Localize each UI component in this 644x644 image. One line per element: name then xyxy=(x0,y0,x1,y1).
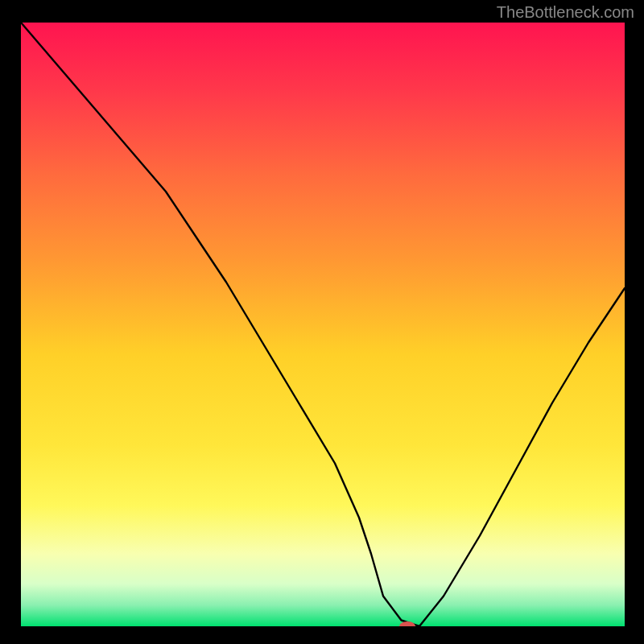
watermark-text: TheBottleneck.com xyxy=(497,3,634,22)
chart-container xyxy=(21,23,625,626)
gradient-background xyxy=(21,23,625,626)
bottleneck-chart xyxy=(21,23,625,626)
